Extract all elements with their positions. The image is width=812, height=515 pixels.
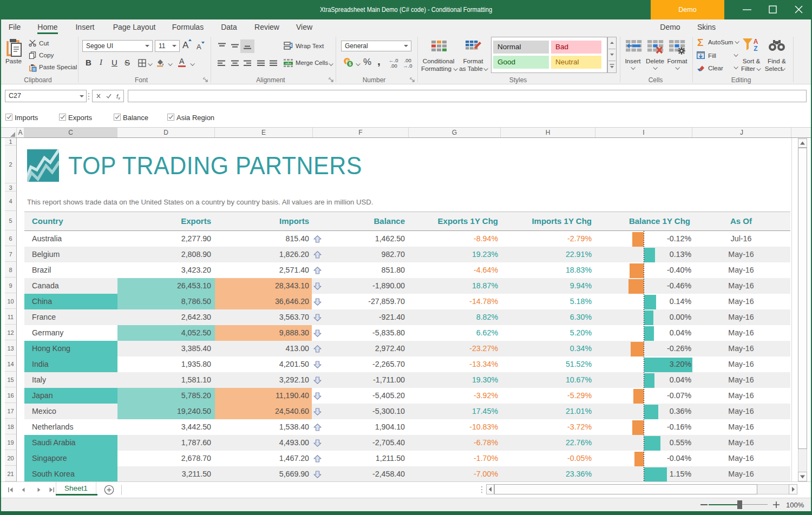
- svg-text:+A+: +A+: [285, 62, 292, 65]
- svg-text:A: A: [754, 38, 758, 45]
- svg-text:fx: fx: [116, 93, 121, 101]
- svg-text:Z: Z: [754, 45, 757, 52]
- svg-text:$: $: [349, 61, 351, 67]
